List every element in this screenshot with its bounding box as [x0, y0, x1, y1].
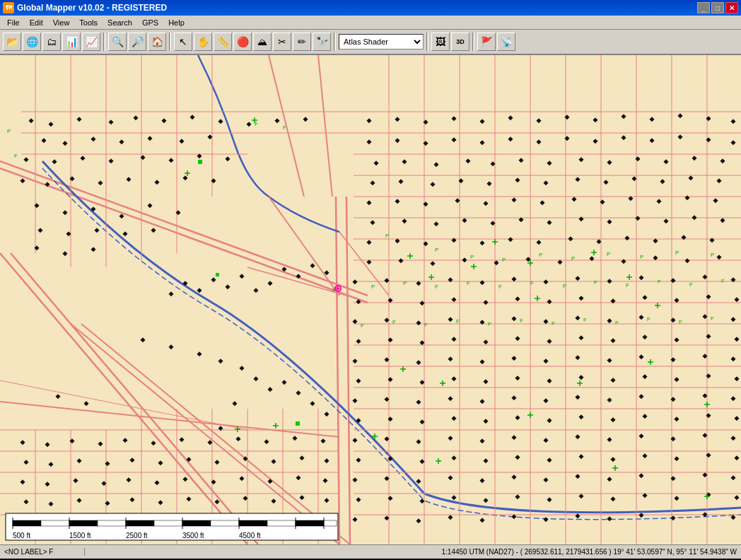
- menu-file[interactable]: File: [3, 18, 24, 28]
- status-label: <NO LABEL> F: [0, 548, 85, 556]
- svg-text:F: F: [626, 282, 629, 288]
- toolbar: 📂 🌐 🗂 📊 📈 🔍 🔎 🏠 ↖ ✋ 📏 🔴 ⛰ ✂ ✏ 🔭 Atlas Sh…: [0, 30, 741, 55]
- map-container[interactable]: P P P P P P P P P P P P F F F F F F F F …: [0, 55, 741, 544]
- svg-rect-563: [296, 421, 300, 426]
- svg-text:P: P: [711, 252, 714, 258]
- svg-text:4500 ft: 4500 ft: [239, 532, 261, 539]
- window-title: Global Mapper v10.02 - REGISTERED: [17, 3, 167, 13]
- svg-text:F: F: [721, 278, 725, 284]
- maximize-button[interactable]: □: [711, 2, 724, 13]
- title-bar-controls: _ □ ✕: [697, 2, 738, 13]
- feature-button[interactable]: 🔴: [233, 33, 252, 51]
- svg-text:P: P: [640, 254, 643, 260]
- svg-text:F: F: [594, 279, 597, 286]
- svg-rect-564: [198, 160, 202, 164]
- svg-text:1500 ft: 1500 ft: [69, 532, 91, 539]
- svg-text:F: F: [361, 322, 364, 329]
- app-icon: 🗺: [3, 2, 14, 13]
- svg-rect-578: [267, 520, 296, 526]
- svg-text:P: P: [675, 250, 679, 256]
- svg-text:3500 ft: 3500 ft: [182, 532, 204, 539]
- svg-text:F: F: [689, 281, 693, 288]
- svg-text:P: P: [385, 233, 389, 239]
- svg-rect-577: [239, 520, 267, 526]
- svg-text:F: F: [435, 284, 438, 290]
- svg-text:P: P: [371, 284, 375, 290]
- measure-button[interactable]: 📏: [214, 33, 232, 51]
- toolbar-sep-4: [426, 33, 428, 51]
- svg-text:F: F: [658, 279, 661, 285]
- svg-text:F: F: [14, 153, 18, 159]
- menu-bar: File Edit View Tools Search GPS Help: [0, 16, 741, 30]
- menu-edit[interactable]: Edit: [25, 18, 47, 28]
- menu-view[interactable]: View: [49, 18, 74, 28]
- svg-text:F: F: [679, 319, 682, 325]
- svg-rect-576: [211, 520, 239, 526]
- svg-text:F: F: [255, 121, 258, 127]
- open-button[interactable]: 📂: [3, 33, 21, 51]
- title-bar: 🗺 Global Mapper v10.02 - REGISTERED _ □ …: [0, 0, 741, 16]
- svg-text:F: F: [552, 320, 555, 327]
- select-button[interactable]: ↖: [174, 33, 192, 51]
- svg-text:F: F: [488, 321, 491, 327]
- svg-rect-575: [182, 520, 211, 526]
- svg-rect-570: [41, 520, 69, 526]
- svg-text:2500 ft: 2500 ft: [126, 532, 148, 539]
- layer-button[interactable]: 🗂: [42, 33, 61, 51]
- menu-tools[interactable]: Tools: [75, 18, 102, 28]
- graph-button[interactable]: 📈: [82, 33, 100, 51]
- svg-text:P: P: [435, 247, 438, 253]
- menu-gps[interactable]: GPS: [138, 18, 163, 28]
- svg-text:F: F: [563, 283, 566, 289]
- pan-button[interactable]: ✋: [194, 33, 212, 51]
- globe-button[interactable]: 🌐: [23, 33, 41, 51]
- title-bar-left: 🗺 Global Mapper v10.02 - REGISTERED: [3, 2, 167, 13]
- image-button[interactable]: 🖼: [431, 33, 450, 51]
- edit-vertex-button[interactable]: ✏: [293, 33, 311, 51]
- svg-rect-568: [6, 513, 338, 540]
- svg-text:500 ft: 500 ft: [13, 532, 30, 539]
- svg-text:F: F: [467, 280, 470, 286]
- svg-rect-579: [296, 520, 324, 526]
- svg-text:F: F: [530, 280, 534, 286]
- binoculars-button[interactable]: 🔭: [313, 33, 331, 51]
- home-button[interactable]: 🏠: [148, 33, 166, 51]
- menu-help[interactable]: Help: [164, 18, 189, 28]
- svg-point-567: [337, 287, 339, 290]
- svg-text:F: F: [647, 316, 650, 322]
- path-button[interactable]: ⛰: [253, 33, 272, 51]
- scissors-button[interactable]: ✂: [273, 33, 291, 51]
- svg-rect-571: [69, 520, 98, 526]
- svg-text:P: P: [470, 254, 474, 260]
- svg-rect-580: [324, 520, 337, 526]
- svg-text:F: F: [392, 319, 396, 325]
- toolbar-sep-2: [169, 33, 171, 51]
- toolbar-sep-3: [334, 33, 336, 51]
- svg-rect-569: [13, 520, 41, 526]
- status-coordinates: 1:14450 UTM (NAD27) - ( 269532.611, 2179…: [85, 548, 741, 556]
- svg-text:F: F: [583, 317, 587, 323]
- zoom-out-button[interactable]: 🔎: [128, 33, 146, 51]
- 3d-button[interactable]: 3D: [451, 33, 469, 51]
- chart-button[interactable]: 📊: [62, 33, 81, 51]
- svg-text:P: P: [502, 257, 506, 263]
- svg-text:P: P: [7, 128, 11, 134]
- svg-text:F: F: [283, 124, 286, 131]
- menu-search[interactable]: Search: [103, 18, 136, 28]
- svg-text:F: F: [498, 284, 502, 290]
- status-bar: <NO LABEL> F 1:14450 UTM (NAD27) - ( 269…: [0, 544, 741, 559]
- satellite-button[interactable]: 📡: [497, 33, 515, 51]
- svg-text:F: F: [520, 317, 523, 324]
- svg-text:P: P: [539, 252, 542, 258]
- svg-text:F: F: [615, 320, 619, 326]
- zoom-in-button[interactable]: 🔍: [108, 33, 127, 51]
- toolbar-sep-1: [103, 33, 105, 51]
- close-button[interactable]: ✕: [725, 2, 738, 13]
- svg-text:P: P: [607, 251, 610, 257]
- map-svg: P P P P P P P P P P P P F F F F F F F F …: [0, 55, 741, 544]
- shader-dropdown[interactable]: Atlas Shader Default Slope Aspect: [339, 34, 424, 49]
- flag-button[interactable]: 🚩: [477, 33, 496, 51]
- svg-text:F: F: [711, 315, 714, 322]
- svg-rect-572: [98, 520, 126, 526]
- minimize-button[interactable]: _: [697, 2, 710, 13]
